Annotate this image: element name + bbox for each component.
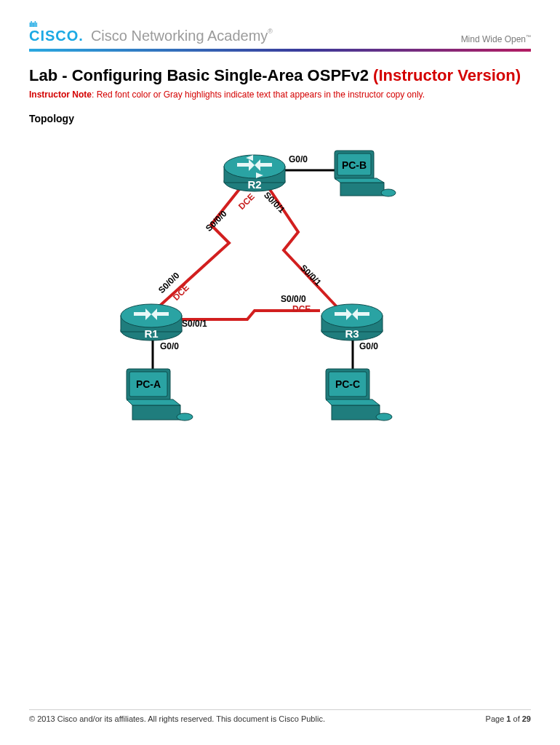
svg-rect-19 xyxy=(340,183,384,196)
title-black: Lab - Configuring Basic Single-Area OSPF… xyxy=(29,66,373,84)
router-r1: R1 xyxy=(121,304,182,340)
label-r1-g00: G0/0 xyxy=(160,341,179,351)
router-r2-label: R2 xyxy=(247,178,261,191)
label-r2-g00: G0/0 xyxy=(289,154,308,164)
pc-c-label: PC-C xyxy=(335,378,360,390)
pc-a: PC-A xyxy=(127,369,193,421)
svg-point-14 xyxy=(321,304,383,327)
footer-copyright: © 2013 Cisco and/or its affiliates. All … xyxy=(29,714,325,723)
router-r3: R3 xyxy=(321,304,383,340)
svg-rect-24 xyxy=(132,405,180,420)
instructor-note-lead: Instructor Note xyxy=(29,89,92,100)
svg-point-9 xyxy=(121,304,182,327)
content: Lab - Configuring Basic Single-Area OSPF… xyxy=(0,52,560,443)
cisco-logo-bars-icon: ılıılı xyxy=(29,22,84,28)
router-r2: R2 xyxy=(224,155,285,191)
title-red: (Instructor Version) xyxy=(373,66,521,84)
section-topology-head: Topology xyxy=(29,113,531,124)
pc-b: PC-B xyxy=(335,151,396,196)
svg-point-2 xyxy=(224,155,285,178)
svg-point-31 xyxy=(376,413,392,421)
svg-marker-25 xyxy=(127,399,180,405)
label-r1-s001: S0/0/1 xyxy=(182,319,207,329)
label-r3-dce: DCE xyxy=(292,304,311,314)
label-r3-g00: G0/0 xyxy=(359,341,378,351)
pc-c: PC-C xyxy=(326,369,392,421)
label-r3-s000: S0/0/0 xyxy=(281,294,306,304)
svg-point-26 xyxy=(177,413,193,421)
svg-rect-29 xyxy=(332,405,380,420)
svg-marker-20 xyxy=(335,178,384,183)
instructor-note: Instructor Note: Red font color or Gray … xyxy=(29,89,531,100)
header-left: ılıılı CISCO. Cisco Networking Academy® xyxy=(29,22,273,44)
link-r2-r1-serial xyxy=(153,188,240,312)
page-header: ılıılı CISCO. Cisco Networking Academy® … xyxy=(0,0,560,44)
page-footer: © 2013 Cisco and/or its affiliates. All … xyxy=(29,709,531,723)
academy-title: Cisco Networking Academy® xyxy=(91,28,273,44)
document-title: Lab - Configuring Basic Single-Area OSPF… xyxy=(29,66,531,85)
pc-b-label: PC-B xyxy=(342,159,367,171)
topology-wrap: R2 R1 xyxy=(29,130,531,443)
footer-page-indicator: Page 1 of 29 xyxy=(486,714,531,723)
topology-svg: R2 R1 xyxy=(65,130,429,443)
svg-point-21 xyxy=(381,189,396,196)
page: ılıılı CISCO. Cisco Networking Academy® … xyxy=(0,0,560,745)
router-r1-label: R1 xyxy=(144,327,158,340)
svg-marker-30 xyxy=(326,399,380,405)
pc-a-label: PC-A xyxy=(136,378,161,390)
router-r3-label: R3 xyxy=(345,327,359,340)
topology-diagram: R2 R1 xyxy=(65,130,429,443)
tagline: Mind Wide Open™ xyxy=(461,34,531,44)
cisco-logo: ılıılı CISCO. xyxy=(29,22,84,44)
instructor-note-body: : Red font color or Gray highlights indi… xyxy=(92,89,425,100)
cisco-logo-text: CISCO. xyxy=(29,28,84,44)
